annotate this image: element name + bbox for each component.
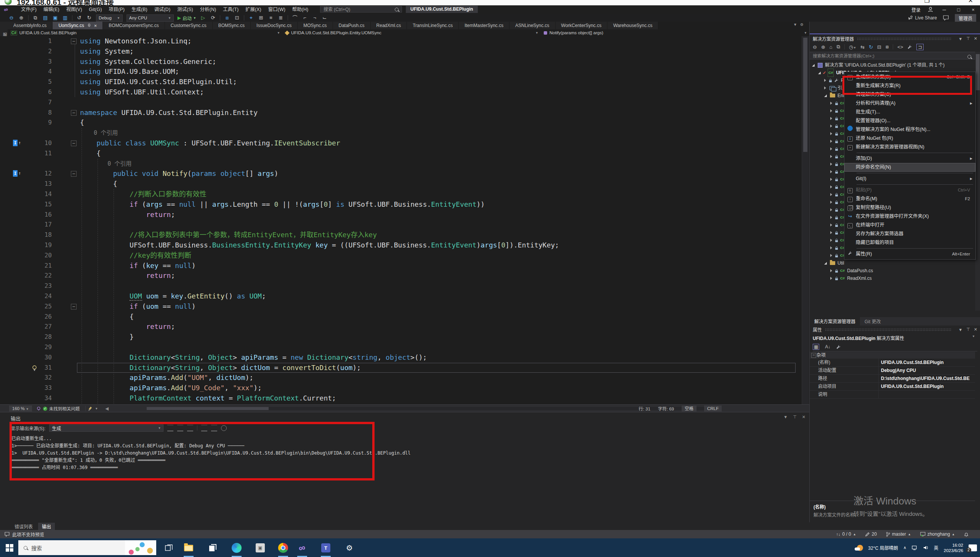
tab-options-icon[interactable]: ⚙ <box>800 23 804 27</box>
document-tab[interactable]: AssemblyInfo.cs <box>8 22 52 29</box>
context-menu-item[interactable]: +新建解决方案资源管理器视图(N) <box>844 143 975 151</box>
context-menu-item[interactable]: Git(I)▶ <box>844 174 975 183</box>
code-line[interactable]: 25– if (uom == null) <box>0 301 802 312</box>
code-line[interactable]: 0 个引用 <box>0 128 802 138</box>
weather-icon[interactable] <box>857 545 863 551</box>
document-tab[interactable]: ItemMasterSync.cs <box>459 22 510 29</box>
tree-expander-icon[interactable] <box>830 124 832 127</box>
network-icon[interactable] <box>912 545 918 550</box>
properties-categorized-icon[interactable]: ▦ <box>813 344 819 350</box>
fold-collapse-icon[interactable]: – <box>71 140 77 146</box>
code-line[interactable]: 18 //将入口参数列表中第一个参数，转成EntityEvent，并取Entit… <box>0 230 802 240</box>
block-selection-icon[interactable]: ⊞ <box>258 15 264 21</box>
code-text[interactable]: UOM uom = key.GetEntity() as UOM; <box>80 291 266 301</box>
pending-edits[interactable]: 20 <box>865 531 877 537</box>
property-value[interactable]: Debug|Any CPU <box>879 366 975 374</box>
platform-dropdown[interactable]: Any CPU▼ <box>126 15 174 22</box>
navigate-forward-icon[interactable]: ⊕ <box>18 15 24 21</box>
notification-center-icon[interactable]: 2 <box>969 544 977 551</box>
health-status-label[interactable]: 未找到相关问题 <box>49 406 80 412</box>
code-text[interactable]: { <box>80 148 101 159</box>
tree-expander-icon[interactable] <box>812 64 815 67</box>
tree-expander-icon[interactable] <box>830 102 832 105</box>
chrome-browser-icon[interactable] <box>278 542 289 554</box>
tree-expander-icon[interactable] <box>830 193 832 196</box>
open-file-icon[interactable]: ▤ <box>42 15 48 21</box>
navigate-back-icon[interactable]: ⊖ <box>8 15 15 21</box>
codelens-references[interactable]: 0 个引用 <box>80 128 118 138</box>
code-text[interactable]: using System.Collections.Generic; <box>80 57 216 67</box>
editor-horizontal-scrollbar[interactable] <box>147 407 707 410</box>
code-line[interactable]: 2using System; <box>0 46 802 57</box>
context-menu-item[interactable]: 批生成(T)... <box>844 108 975 117</box>
context-menu-item[interactable]: 重新生成解决方案(R) <box>844 81 975 90</box>
properties-wrench-icon[interactable] <box>836 345 841 350</box>
panel-close-icon[interactable]: ✕ <box>974 36 977 41</box>
volume-icon[interactable] <box>923 545 929 550</box>
context-menu-item[interactable]: ↪在文件资源管理器中打开文件夹(X) <box>844 212 975 221</box>
code-cleanup-icon[interactable] <box>88 406 93 411</box>
se-back-icon[interactable]: ⊖ <box>813 44 817 50</box>
code-line[interactable]: 11 { <box>0 148 802 159</box>
se-properties-wrench-icon[interactable] <box>907 44 912 49</box>
solution-explorer-search-input[interactable]: 搜索解决方案资源管理器(Ctrl+;) <box>810 52 975 59</box>
comment-icon[interactable]: ≣ <box>278 15 284 21</box>
code-line[interactable]: 32 apiParams.Add("UOM", dictUom); <box>0 373 802 383</box>
document-tab[interactable]: UomSync.cs× <box>52 22 103 29</box>
menubar-item[interactable]: 工具(T) <box>219 5 242 14</box>
tab-overflow-icon[interactable]: ▼ <box>793 23 797 27</box>
notifications-bell-icon[interactable] <box>964 532 969 537</box>
new-project-icon[interactable]: ⧉ <box>33 15 39 21</box>
document-tab[interactable]: ReadXml.cs <box>371 22 407 29</box>
property-value[interactable]: UFIDA.U9.Cust.Std.BEPlugin <box>879 383 975 390</box>
tree-expander-icon[interactable] <box>818 72 821 74</box>
se-preview-selected-icon[interactable]: ⊐ <box>916 44 924 50</box>
task-view-icon[interactable] <box>163 542 175 554</box>
history-icon[interactable] <box>221 425 227 431</box>
tree-item[interactable]: C#ReadXml.cs <box>810 275 975 282</box>
property-row[interactable]: 活动配置Debug|Any CPU <box>810 366 975 375</box>
breadcrumb-member[interactable]: Notify(params object[] args)▼ <box>541 29 809 36</box>
code-editor[interactable]: 1–using Newtonsoft.Json.Linq;2using Syst… <box>0 36 809 404</box>
property-value[interactable]: UFIDA.U9.Cust.Std.BEPlugin <box>879 358 975 366</box>
search-input[interactable]: 搜索 (Ctrl+Q) <box>320 6 402 13</box>
tree-expander-icon[interactable] <box>830 208 832 211</box>
code-line[interactable]: 24 UOM uom = key.GetEntity() as UOM; <box>0 291 802 301</box>
editor-vertical-scrollbar[interactable] <box>802 36 809 404</box>
se-home-icon[interactable]: ⌂ <box>830 44 833 50</box>
code-line[interactable]: 1–using Newtonsoft.Json.Linq; <box>0 36 802 46</box>
context-menu-item[interactable]: 隐藏已卸载的项目 <box>844 238 975 247</box>
property-row[interactable]: 启动项目UFIDA.U9.Cust.Std.BEPlugin <box>810 383 975 391</box>
configuration-dropdown[interactable]: Debug▼ <box>96 15 122 22</box>
code-text[interactable]: { <box>80 118 84 128</box>
menubar-item[interactable]: 调试(D) <box>151 5 174 14</box>
fold-collapse-icon[interactable]: – <box>71 171 77 177</box>
breadcrumb-project[interactable]: C# UFIDA.U9.Cust.Std.BEPlugin▼ <box>8 29 283 36</box>
edge-browser-icon[interactable] <box>231 542 242 554</box>
hot-reload-icon[interactable]: ⟳ <box>210 15 216 21</box>
code-text[interactable]: public void Notify(params object[] args) <box>80 169 278 179</box>
menubar-item[interactable]: 帮助(H) <box>289 5 312 14</box>
properties-menu-icon[interactable]: ▼ <box>958 327 962 332</box>
output-log[interactable]: 已启动重新生成...1>────── 已启动全部重新生成: 项目: UFIDA.… <box>11 435 411 471</box>
start-button-icon[interactable] <box>5 544 14 552</box>
tree-item[interactable]: Util <box>810 259 975 267</box>
document-tab[interactable]: BOMComponentSync.cs <box>103 22 165 29</box>
settings-gear-icon[interactable]: ⚙ <box>344 542 355 554</box>
se-code-icon[interactable]: <> <box>897 44 903 50</box>
sign-in-button[interactable]: 登录 <box>911 7 921 13</box>
code-line[interactable]: 3using System.Collections.Generic; <box>0 57 802 67</box>
context-menu-item[interactable]: ›_在终端中打开 <box>844 221 975 230</box>
code-line[interactable]: 5using UFIDA.U9.Cust.Std.BEPlugin.Util; <box>0 77 802 87</box>
input-language-indicator[interactable]: 英 <box>934 544 939 551</box>
live-share-button[interactable]: Live Share <box>908 15 937 21</box>
codelens-references[interactable]: 0 个引用 <box>80 159 131 169</box>
find-in-files-icon[interactable]: ⧈ <box>224 15 230 21</box>
clock[interactable]: 16:02 2023/6/26 <box>944 542 963 553</box>
line-ending-toggle[interactable]: CRLF <box>704 406 722 412</box>
save-icon[interactable]: ▣ <box>52 15 58 21</box>
code-line[interactable]: 8–namespace UFIDA.U9.Cust.Std.BEPlugin.E… <box>0 108 802 118</box>
panel-menu-icon[interactable]: ▼ <box>958 37 962 41</box>
se-pending-filter-icon[interactable]: ◷▼ <box>849 44 856 50</box>
tree-expander-icon[interactable] <box>830 239 832 242</box>
